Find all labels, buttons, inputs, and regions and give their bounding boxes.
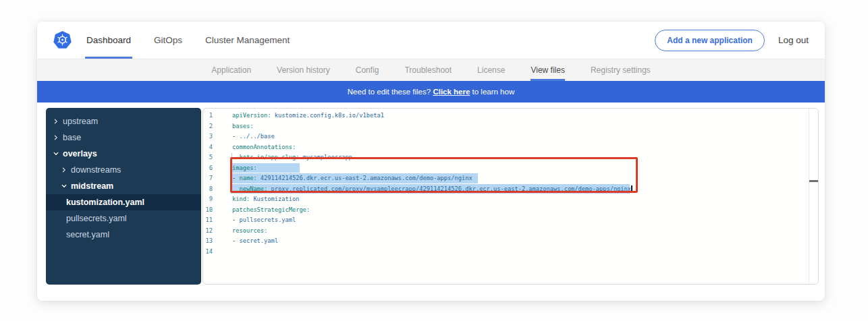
edit-files-banner: Need to edit these files? Click here to … [37,81,825,103]
banner-text-suffix: to learn how [470,88,514,96]
line-content: bases: [232,121,253,132]
file-tree-sidebar: upstreambaseoverlaysdownstreamsmidstream… [46,108,201,285]
sidebar-item-label: base [63,133,81,142]
sidebar-item-kustomization-yaml[interactable]: kustomization.yaml [46,194,201,210]
line-content: resources: [232,226,267,237]
code-token: images: [232,165,257,171]
nav-item-gitops[interactable]: GitOps [154,22,182,59]
tab-application[interactable]: Application [211,59,251,81]
chevron-down-icon [53,151,59,156]
code-token: bases: [232,123,253,129]
sidebar-item-label: overlays [63,149,97,158]
yaml-editor[interactable]: 1apiVersion: kustomize.config.k8s.io/v1b… [202,108,819,285]
line-number: 8 [203,184,213,195]
code-token: - [232,237,239,244]
code-token: kind: [232,196,250,202]
sidebar-item-midstream[interactable]: midstream [46,178,201,194]
sidebar-item-upstream[interactable]: upstream [46,113,201,129]
editor-line: 6images: [203,163,818,174]
line-content: - ../../base [232,132,275,142]
code-token: name: [239,175,256,181]
editor-line: 1apiVersion: kustomize.config.k8s.io/v1b… [203,111,818,121]
code-token: proxy.replicated.com/proxy/mysampleecrap… [267,185,631,192]
line-number: 4 [203,142,213,153]
chevron-right-icon [53,119,59,124]
tab-troubleshoot[interactable]: Troubleshoot [404,59,452,81]
editor-line: 7- name: 429114214526.dkr.ecr.us-east-2.… [203,173,818,184]
sidebar-item-label: downstreams [71,165,121,175]
banner-click-here-link[interactable]: Click here [433,88,470,96]
app-tab-bar: ApplicationVersion historyConfigTroubles… [37,59,825,81]
line-number: 1 [203,111,213,121]
top-navbar: DashboardGitOpsCluster Management Add a … [37,22,825,59]
logout-link[interactable]: Log out [778,35,809,45]
line-number: 14 [203,247,213,258]
code-token: kustomize.config.k8s.io/v1beta1 [271,112,384,119]
editor-line: 9kind: Kustomization [203,194,818,205]
sidebar-item-base[interactable]: base [46,129,201,146]
line-number: 11 [203,215,213,226]
line-number: 9 [203,194,213,205]
editor-line: 2bases: [203,121,818,132]
line-number: 5 [203,152,213,163]
line-content: - name: 429114214526.dkr.ecr.us-east-2.a… [232,173,472,184]
line-content: commonAnnotations: [232,142,296,153]
sidebar-item-pullsecrets-yaml[interactable]: pullsecrets.yaml [46,210,201,227]
add-application-button[interactable]: Add a new application [655,30,765,51]
line-content: apiVersion: kustomize.config.k8s.io/v1be… [232,111,384,121]
code-token: - [232,216,239,223]
admin-console-window: DashboardGitOpsCluster Management Add a … [37,22,825,301]
tab-version-history[interactable]: Version history [277,59,330,81]
editor-line: 14 [203,247,818,258]
chevron-right-icon [53,135,59,140]
sidebar-item-label: secret.yaml [66,230,109,239]
sidebar-item-label: upstream [63,117,98,126]
line-content: kind: Kustomization [232,194,299,205]
code-token: resources: [232,227,267,234]
code-token: - [232,175,239,181]
editor-lines: 1apiVersion: kustomize.config.k8s.io/v1b… [203,109,818,257]
code-token: patchesStrategicMerge: [232,206,310,213]
sidebar-item-label: kustomization.yaml [66,198,144,207]
code-token: kots.io/app-slug: [239,154,299,160]
line-number: 10 [203,205,213,216]
nav-item-cluster-management[interactable]: Cluster Management [205,22,290,59]
tab-registry-settings[interactable]: Registry settings [591,59,651,81]
tab-view-files[interactable]: View files [531,59,564,81]
editor-line: 8 newName: proxy.replicated.com/proxy/my… [203,184,818,195]
scrollbar-thumb[interactable] [809,180,818,182]
code-token: apiVersion: [232,112,271,119]
line-content: images: [232,163,257,174]
editor-scrollbar[interactable] [809,109,818,284]
chevron-down-icon [61,183,67,189]
editor-line: 10patchesStrategicMerge: [203,205,818,216]
sidebar-item-secret-yaml[interactable]: secret.yaml [46,227,201,243]
line-number: 7 [203,173,213,184]
text-cursor [631,185,632,193]
line-content: newName: proxy.replicated.com/proxy/mysa… [232,184,632,195]
code-token: secret.yaml [239,237,278,244]
editor-line: 13- secret.yaml [203,236,818,247]
line-content: - pullsecrets.yaml [232,215,296,226]
editor-line: 11- pullsecrets.yaml [203,215,818,226]
line-number: 6 [203,163,213,174]
editor-line: 5 kots.io/app-slug: mysampleecrapp [203,152,818,163]
code-token [232,185,239,192]
line-number: 2 [203,121,213,132]
view-files-content: upstreambaseoverlaysdownstreamsmidstream… [37,108,825,285]
sidebar-item-downstreams[interactable]: downstreams [46,162,201,178]
tab-config[interactable]: Config [356,59,379,81]
code-token: mysampleecrapp [299,154,352,160]
line-number: 3 [203,132,213,142]
line-number: 13 [203,236,213,247]
banner-text-prefix: Need to edit these files? [348,88,433,96]
nav-item-dashboard[interactable]: Dashboard [86,22,131,59]
editor-line: 3- ../../base [203,132,818,142]
sidebar-item-overlays[interactable]: overlays [46,146,201,162]
code-token: commonAnnotations: [232,144,296,150]
chevron-right-icon [61,167,67,173]
code-token: Kustomization [250,196,299,202]
tab-license[interactable]: License [477,59,505,81]
line-content: - secret.yaml [232,236,278,247]
line-content: kots.io/app-slug: mysampleecrapp [232,152,352,163]
